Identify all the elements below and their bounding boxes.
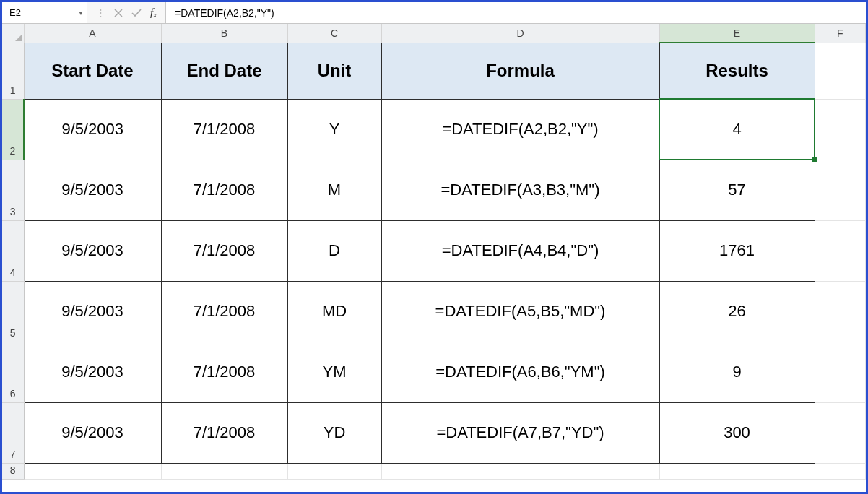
column-header[interactable]: B <box>161 24 287 43</box>
header-cell[interactable]: Unit <box>287 43 381 99</box>
data-cell[interactable]: =DATEDIF(A3,B3,"M") <box>381 160 659 220</box>
empty-cell[interactable] <box>287 463 381 479</box>
data-cell[interactable]: 300 <box>659 402 815 463</box>
data-cell[interactable]: YD <box>287 402 381 463</box>
empty-cell[interactable] <box>815 281 866 342</box>
empty-cell[interactable] <box>815 160 866 220</box>
header-cell[interactable]: Formula <box>381 43 659 99</box>
data-cell[interactable]: 9/5/2003 <box>24 99 161 160</box>
header-cell[interactable]: End Date <box>161 43 287 99</box>
separator-icon: ⋮ <box>96 7 105 18</box>
formula-input[interactable] <box>173 6 859 20</box>
data-cell[interactable]: 7/1/2008 <box>161 160 287 220</box>
formula-bar: ▼ ⋮ fx <box>2 2 866 24</box>
data-cell[interactable]: 1761 <box>659 220 815 281</box>
data-cell[interactable]: =DATEDIF(A4,B4,"D") <box>381 220 659 281</box>
data-cell[interactable]: 7/1/2008 <box>161 99 287 160</box>
empty-cell[interactable] <box>381 463 659 479</box>
data-cell[interactable]: 7/1/2008 <box>161 281 287 342</box>
insert-function-icon[interactable]: fx <box>150 6 157 19</box>
data-cell[interactable]: 9/5/2003 <box>24 160 161 220</box>
column-header[interactable]: F <box>815 24 866 43</box>
data-cell[interactable]: =DATEDIF(A2,B2,"Y") <box>381 99 659 160</box>
empty-cell[interactable] <box>815 99 866 160</box>
table-row: 8 <box>2 463 866 479</box>
data-cell[interactable]: 9 <box>659 342 815 402</box>
data-cell[interactable]: 7/1/2008 <box>161 402 287 463</box>
data-cell[interactable]: 7/1/2008 <box>161 220 287 281</box>
table-row: 5 9/5/2003 7/1/2008 MD =DATEDIF(A5,B5,"M… <box>2 281 866 342</box>
enter-icon[interactable] <box>131 9 142 17</box>
empty-cell[interactable] <box>161 463 287 479</box>
selected-cell[interactable]: 4 <box>659 99 815 160</box>
table-row: 1 Start Date End Date Unit Formula Resul… <box>2 43 866 99</box>
row-header[interactable]: 5 <box>2 281 24 342</box>
empty-cell[interactable] <box>24 463 161 479</box>
row-header[interactable]: 7 <box>2 402 24 463</box>
table-row: 6 9/5/2003 7/1/2008 YM =DATEDIF(A6,B6,"Y… <box>2 342 866 402</box>
name-box-input[interactable] <box>8 6 66 19</box>
data-cell[interactable]: 9/5/2003 <box>24 220 161 281</box>
data-cell[interactable]: 57 <box>659 160 815 220</box>
empty-cell[interactable] <box>815 43 866 99</box>
table-row: 3 9/5/2003 7/1/2008 M =DATEDIF(A3,B3,"M"… <box>2 160 866 220</box>
data-cell[interactable]: =DATEDIF(A5,B5,"MD") <box>381 281 659 342</box>
table-row: 4 9/5/2003 7/1/2008 D =DATEDIF(A4,B4,"D"… <box>2 220 866 281</box>
empty-cell[interactable] <box>815 402 866 463</box>
data-cell[interactable]: YM <box>287 342 381 402</box>
row-header[interactable]: 3 <box>2 160 24 220</box>
empty-cell[interactable] <box>815 463 866 479</box>
column-header[interactable]: A <box>24 24 161 43</box>
worksheet-grid[interactable]: A B C D E F 1 Start Date End Date Unit F… <box>2 24 866 492</box>
data-cell[interactable]: M <box>287 160 381 220</box>
data-cell[interactable]: D <box>287 220 381 281</box>
name-box[interactable]: ▼ <box>2 2 87 23</box>
data-cell[interactable]: 9/5/2003 <box>24 402 161 463</box>
row-header[interactable]: 6 <box>2 342 24 402</box>
data-cell[interactable]: 9/5/2003 <box>24 342 161 402</box>
row-header[interactable]: 8 <box>2 463 24 479</box>
column-header[interactable]: E <box>659 24 815 43</box>
row-header[interactable]: 4 <box>2 220 24 281</box>
data-cell[interactable]: 26 <box>659 281 815 342</box>
data-cell[interactable]: Y <box>287 99 381 160</box>
empty-cell[interactable] <box>815 220 866 281</box>
data-cell[interactable]: =DATEDIF(A7,B7,"YD") <box>381 402 659 463</box>
data-cell[interactable]: =DATEDIF(A6,B6,"YM") <box>381 342 659 402</box>
row-header[interactable]: 2 <box>2 99 24 160</box>
formula-bar-buttons: ⋮ fx <box>87 2 166 23</box>
data-cell[interactable]: 7/1/2008 <box>161 342 287 402</box>
table-row: 2 9/5/2003 7/1/2008 Y =DATEDIF(A2,B2,"Y"… <box>2 99 866 160</box>
formula-input-wrap[interactable] <box>166 2 866 23</box>
select-all-corner[interactable] <box>2 24 24 43</box>
column-header[interactable]: D <box>381 24 659 43</box>
header-cell[interactable]: Results <box>659 43 815 99</box>
header-cell[interactable]: Start Date <box>24 43 161 99</box>
empty-cell[interactable] <box>815 342 866 402</box>
empty-cell[interactable] <box>659 463 815 479</box>
chevron-down-icon[interactable]: ▼ <box>78 9 84 16</box>
data-cell[interactable]: MD <box>287 281 381 342</box>
data-cell[interactable]: 9/5/2003 <box>24 281 161 342</box>
column-header[interactable]: C <box>287 24 381 43</box>
table-row: 7 9/5/2003 7/1/2008 YD =DATEDIF(A7,B7,"Y… <box>2 402 866 463</box>
cancel-icon[interactable] <box>114 9 123 17</box>
column-header-row: A B C D E F <box>2 24 866 43</box>
row-header[interactable]: 1 <box>2 43 24 99</box>
